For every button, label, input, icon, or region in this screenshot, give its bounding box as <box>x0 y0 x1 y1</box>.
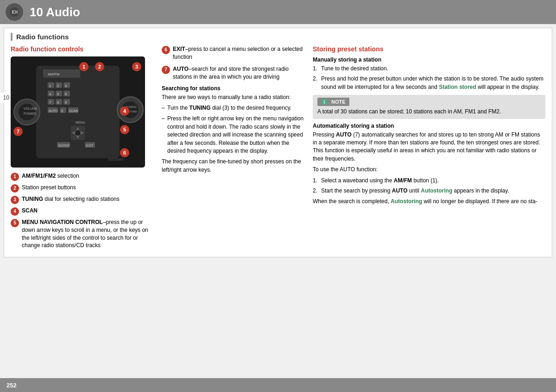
note-text: A total of 30 stations can be stored; 10… <box>317 108 541 116</box>
callout-5: 5 <box>120 125 129 134</box>
step-6: 6 EXIT–press to cancel a menu selection … <box>162 45 305 62</box>
auto-intro: Pressing AUTO (7) automatically searches… <box>313 131 545 163</box>
svg-text:9: 9 <box>65 100 67 105</box>
auto-step-1: 1. Select a waveband using the AM/FM but… <box>313 177 545 185</box>
svg-text:SCAN: SCAN <box>69 109 78 112</box>
auto-heading: Automatically storing a station <box>313 123 545 129</box>
step-7: 7 AUTO–search for and store the stronges… <box>162 65 305 81</box>
legend-num-1: 1 <box>11 173 19 181</box>
searching-intro: There are two ways to manually tune a ra… <box>162 93 305 101</box>
step-num-6: 6 <box>162 46 170 54</box>
storing-heading: Storing preset stations <box>313 45 545 53</box>
note-box: i NOTE A total of 30 stations can be sto… <box>313 95 545 118</box>
svg-text:ENTER: ENTER <box>58 144 70 147</box>
auto-footer: When the search is completed, Autostorin… <box>313 198 545 205</box>
svg-point-43 <box>75 130 81 136</box>
left-col-heading: Radio function controls <box>11 45 154 53</box>
auto-step-2: 2. Start the search by pressing AUTO unt… <box>313 187 545 195</box>
legend-num-4: 4 <box>11 207 19 216</box>
searching-heading: Searching for stations <box>162 85 305 92</box>
auto-use-intro: To use the AUTO function: <box>313 166 545 174</box>
right-column: Storing preset stations Manually storing… <box>313 45 545 209</box>
legend-list: 1 AM/FM1/FM2 selection 2 Station preset … <box>11 172 154 249</box>
svg-text:MENU: MENU <box>76 121 85 124</box>
left-column: Radio function controls VOLUME POWER <box>11 45 154 252</box>
legend-item-4: 4 SCAN <box>11 207 154 216</box>
page-footer: 252 <box>0 378 556 392</box>
legend-num-3: 3 <box>11 196 19 204</box>
legend-num-5: 5 <box>11 219 19 227</box>
chapter-title: 10 Audio <box>30 5 80 19</box>
step-num-7: 7 <box>162 66 170 74</box>
callout-6: 6 <box>120 148 129 157</box>
middle-column: 6 EXIT–press to cancel a menu selection … <box>162 45 305 177</box>
legend-item-3: 3 TUNING dial for selecting radio statio… <box>11 195 154 204</box>
legend-num-2: 2 <box>11 184 19 193</box>
svg-text:4: 4 <box>49 92 51 96</box>
svg-text:2: 2 <box>57 84 59 88</box>
legend-item-2: 2 Station preset buttons <box>11 184 154 193</box>
svg-text:5: 5 <box>57 92 59 96</box>
callout-7: 7 <box>13 127 23 136</box>
svg-text:6: 6 <box>65 92 67 96</box>
note-label: i NOTE <box>317 98 349 106</box>
section-title: Radio functions <box>11 33 545 41</box>
bullet-2: Press the left or right arrow key on the… <box>162 115 305 155</box>
callout-4: 4 <box>120 106 129 116</box>
svg-text:VOLUME: VOLUME <box>24 107 38 110</box>
main-content: Radio functions Radio function controls … <box>4 28 552 257</box>
legend-item-1: 1 AM/FM1/FM2 selection <box>11 172 154 181</box>
bullet-1: Turn the TUNING dial (3) to the desired … <box>162 104 305 112</box>
svg-text:8: 8 <box>57 100 59 105</box>
callout-1: 1 <box>79 62 88 71</box>
callout-2: 2 <box>95 62 104 71</box>
page-number: 252 <box>6 382 17 389</box>
manually-step-2: 2. Press and hold the preset button unde… <box>313 75 545 91</box>
content-columns: Radio function controls VOLUME POWER <box>11 45 545 252</box>
callout-3: 3 <box>132 62 141 71</box>
fine-tune-text: The frequency can be fine-tuned by short… <box>162 158 305 174</box>
svg-text:3: 3 <box>65 84 67 88</box>
svg-text:AUTO: AUTO <box>49 109 58 112</box>
svg-text:EXIT: EXIT <box>86 144 94 147</box>
legend-item-5: 5 MENU NAVIGATION CONTROL–press the up o… <box>11 218 154 249</box>
svg-text:POWER: POWER <box>24 112 36 115</box>
manually-step-1: 1. Tune to the desired station. <box>313 65 545 73</box>
page-header: 10 Audio <box>0 0 556 24</box>
svg-text:AM/FM: AM/FM <box>48 72 60 76</box>
radio-image: VOLUME POWER TUNING SOUND AM/FM 1 2 <box>11 56 145 168</box>
svg-text:1: 1 <box>49 84 51 88</box>
svg-text:0: 0 <box>61 109 63 113</box>
manually-heading: Manually storing a station <box>313 56 545 63</box>
svg-text:G023385: G023385 <box>108 157 123 162</box>
audio-icon <box>6 3 23 21</box>
svg-text:7: 7 <box>49 100 51 105</box>
